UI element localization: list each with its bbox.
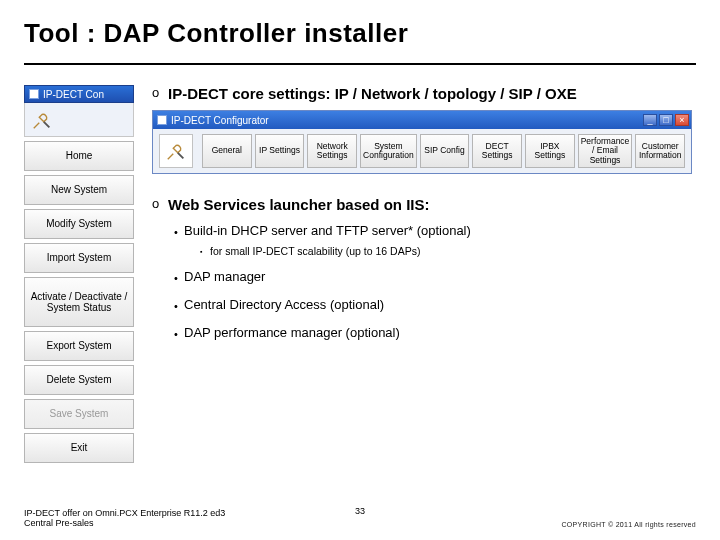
app-icon: [29, 89, 39, 99]
subitem-dhcp-note: ▪ for small IP-DECT scalability (up to 1…: [200, 245, 696, 259]
configurator-titlebar: IP-DECT Configurator _ □ ×: [153, 111, 691, 129]
bullet-core-text: IP-DECT core settings: IP / Network / to…: [168, 85, 577, 102]
bullet-web-text: Web Services launcher based on IIS:: [168, 196, 429, 213]
cfg-tab-0[interactable]: General: [202, 134, 252, 168]
footer-left-line2: Central Pre-sales: [24, 518, 225, 528]
cfg-tab-1[interactable]: IP Settings: [255, 134, 305, 168]
tools-icon: [31, 109, 53, 131]
left-app-iconrow: [24, 103, 134, 137]
bullet-dot-icon: •: [174, 325, 184, 343]
left-button-7: Save System: [24, 399, 134, 429]
left-button-0[interactable]: Home: [24, 141, 134, 171]
footer-left: IP-DECT offer on Omni.PCX Enterprise R11…: [24, 508, 225, 528]
subitem-cda-text: Central Directory Access (optional): [184, 297, 384, 312]
subitem-dhcp: • Build-in DHCP server and TFTP server* …: [174, 223, 696, 241]
left-button-6[interactable]: Delete System: [24, 365, 134, 395]
bullet-marker: o: [152, 85, 168, 100]
footer-left-line1: IP-DECT offer on Omni.PCX Enterprise R11…: [24, 508, 225, 518]
window-buttons: _ □ ×: [643, 114, 689, 126]
configurator-tools-icon: [159, 134, 193, 168]
subitem-dhcp-text: Build-in DHCP server and TFTP server* (o…: [184, 223, 471, 238]
subitem-dapmgr: • DAP manager: [174, 269, 696, 287]
subitem-dhcp-note-text: for small IP-DECT scalability (up to 16 …: [210, 245, 420, 257]
bullet-dot-icon: •: [174, 223, 184, 241]
page-title: Tool : DAP Controller installer: [24, 18, 696, 49]
configurator-title-text: IP-DECT Configurator: [171, 115, 269, 126]
content-column: o IP-DECT core settings: IP / Network / …: [152, 85, 696, 463]
maximize-icon[interactable]: □: [659, 114, 673, 126]
left-button-1[interactable]: New System: [24, 175, 134, 205]
bullet-dot-icon: •: [174, 297, 184, 315]
cfg-tab-5[interactable]: DECT Settings: [472, 134, 522, 168]
bullet-dot-icon: •: [174, 269, 184, 287]
left-button-5[interactable]: Export System: [24, 331, 134, 361]
configurator-toolbar: GeneralIP SettingsNetwork SettingsSystem…: [153, 129, 691, 173]
left-app-titlebar: IP-DECT Con: [24, 85, 134, 103]
left-app-title-text: IP-DECT Con: [43, 89, 104, 100]
left-button-8[interactable]: Exit: [24, 433, 134, 463]
subitem-dapmgr-text: DAP manager: [184, 269, 265, 284]
left-app-screenshot: IP-DECT Con HomeNew SystemModify SystemI…: [24, 85, 134, 463]
cfg-tab-3[interactable]: System Configuration: [360, 134, 417, 168]
close-icon[interactable]: ×: [675, 114, 689, 126]
bullet-square-icon: ▪: [200, 245, 210, 259]
left-button-2[interactable]: Modify System: [24, 209, 134, 239]
cfg-tab-8[interactable]: Customer Information: [635, 134, 685, 168]
app-icon: [157, 115, 167, 125]
left-button-4[interactable]: Activate / Deactivate / System Status: [24, 277, 134, 327]
cfg-tab-4[interactable]: SIP Config: [420, 134, 470, 168]
left-button-3[interactable]: Import System: [24, 243, 134, 273]
cfg-tab-6[interactable]: IPBX Settings: [525, 134, 575, 168]
cfg-tab-2[interactable]: Network Settings: [307, 134, 357, 168]
configurator-window: IP-DECT Configurator _ □ ×: [152, 110, 692, 174]
title-rule: [24, 63, 696, 65]
bullet-marker: o: [152, 196, 168, 211]
cfg-tab-7[interactable]: Performance / Email Settings: [578, 134, 633, 168]
tools-icon: [165, 140, 187, 162]
subitem-perf: • DAP performance manager (optional): [174, 325, 696, 343]
subitem-cda: • Central Directory Access (optional): [174, 297, 696, 315]
minimize-icon[interactable]: _: [643, 114, 657, 126]
sub-list: • Build-in DHCP server and TFTP server* …: [174, 223, 696, 343]
bullet-web: o Web Services launcher based on IIS:: [152, 196, 696, 213]
page-number: 33: [355, 506, 365, 516]
subitem-perf-text: DAP performance manager (optional): [184, 325, 400, 340]
bullet-core: o IP-DECT core settings: IP / Network / …: [152, 85, 696, 102]
footer-copyright: COPYRIGHT © 2011 All rights reserved: [562, 521, 697, 528]
